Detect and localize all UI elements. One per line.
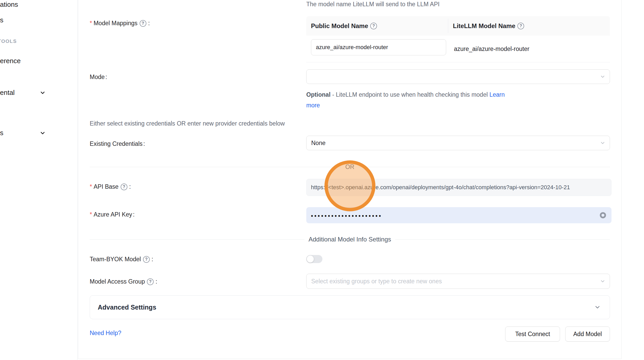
test-connect-button[interactable]: Test Connect xyxy=(505,326,560,342)
toggle-knob xyxy=(307,256,314,263)
add-model-button[interactable]: Add Model xyxy=(565,326,610,342)
eye-icon[interactable] xyxy=(599,211,607,219)
sidebar-section-label: TOOLS xyxy=(0,38,17,44)
label-text: Mode xyxy=(90,74,105,81)
select-placeholder: Select existing groups or type to create… xyxy=(311,278,442,285)
colon: : xyxy=(152,256,153,263)
section-divider-text: Additional Model Info Settings xyxy=(304,236,395,243)
learn-more-link[interactable]: Learn xyxy=(489,91,505,98)
help-icon[interactable]: ? xyxy=(143,256,150,263)
need-help-link[interactable]: Need Help? xyxy=(90,330,121,337)
model-access-group-select[interactable]: Select existing groups or type to create… xyxy=(306,274,610,289)
sidebar-item-reference[interactable]: erence xyxy=(0,57,21,65)
colon: : xyxy=(133,211,134,218)
help-text: - LiteLLM endpoint to use when health ch… xyxy=(332,91,488,98)
sidebar-item-label: s xyxy=(0,129,3,137)
label-text: Team-BYOK Model xyxy=(90,256,141,263)
or-divider: OR xyxy=(90,163,610,171)
model-name-help-text: The model name LiteLLM will send to the … xyxy=(306,1,440,8)
help-icon[interactable]: ? xyxy=(121,184,127,190)
model-mappings-label: * Model Mappings ? : xyxy=(90,20,150,27)
chevron-down-icon xyxy=(600,278,606,284)
model-mappings-table: Public Model Name ? LiteLLM Model Name ?… xyxy=(306,16,610,62)
azure-api-key-label: * Azure API Key : xyxy=(90,211,135,218)
existing-credentials-select[interactable]: None xyxy=(306,136,610,150)
select-value: None xyxy=(311,140,326,147)
header-text: Public Model Name xyxy=(311,22,368,30)
advanced-settings-title: Advanced Settings xyxy=(98,304,594,311)
table-row: azure_ai/azure-model-router xyxy=(306,36,610,62)
divider-line xyxy=(90,167,341,167)
label-text: Existing Credentials xyxy=(90,140,142,147)
help-icon[interactable]: ? xyxy=(140,20,146,27)
add-model-form-panel: The model name LiteLLM will send to the … xyxy=(78,0,622,359)
label-text: API Base xyxy=(94,183,119,190)
help-icon[interactable]: ? xyxy=(147,278,154,285)
colon: : xyxy=(129,183,131,190)
divider-line xyxy=(90,239,304,240)
learn-more-link[interactable]: more xyxy=(306,102,320,109)
team-byok-label: Team-BYOK Model ? : xyxy=(90,256,153,263)
chevron-down-icon xyxy=(600,74,606,80)
api-base-label: * API Base ? : xyxy=(90,183,131,190)
colon: : xyxy=(143,140,145,147)
sidebar-item-label: ations xyxy=(0,1,18,8)
sidebar-item-experimental[interactable]: ental xyxy=(0,89,15,97)
column-header-public-model-name: Public Model Name ? xyxy=(306,19,448,33)
label-text: Model Mappings xyxy=(94,20,138,27)
sidebar-section-tools: TOOLS xyxy=(0,38,17,44)
required-asterisk: * xyxy=(90,183,92,190)
colon: : xyxy=(148,20,150,27)
mode-label: Mode : xyxy=(90,74,107,81)
colon: : xyxy=(155,278,157,285)
sidebar-item[interactable]: s xyxy=(0,16,3,24)
api-base-input[interactable] xyxy=(306,179,612,196)
azure-api-key-input[interactable]: ••••••••••••••••••••• xyxy=(306,207,612,223)
header-text: LiteLLM Model Name xyxy=(453,22,515,30)
masked-api-key-value: ••••••••••••••••••••• xyxy=(311,213,382,219)
optional-bold: Optional xyxy=(306,91,330,98)
mode-select[interactable] xyxy=(306,69,610,84)
colon: : xyxy=(106,74,107,81)
sidebar-item-settings[interactable]: s xyxy=(0,129,3,137)
chevron-down-icon xyxy=(600,140,606,146)
litellm-model-name-value: azure_ai/azure-model-router xyxy=(454,36,529,62)
advanced-settings-toggle[interactable]: Advanced Settings xyxy=(90,295,610,319)
model-access-group-label: Model Access Group ? : xyxy=(90,278,157,285)
sidebar: ations s TOOLS erence ental s xyxy=(0,0,77,360)
help-icon[interactable]: ? xyxy=(370,23,377,29)
chevron-down-icon xyxy=(40,90,46,96)
chevron-down-icon xyxy=(40,130,46,136)
public-model-name-input[interactable] xyxy=(311,39,446,55)
label-text: Model Access Group xyxy=(90,278,145,285)
sidebar-item-organizations[interactable]: ations xyxy=(0,1,18,9)
team-byok-toggle[interactable] xyxy=(306,255,322,263)
divider-line xyxy=(395,239,610,240)
chevron-down-icon xyxy=(594,304,601,311)
or-divider-text: OR xyxy=(341,163,359,171)
credentials-note: Either select existing credentials OR en… xyxy=(90,120,285,127)
required-asterisk: * xyxy=(90,211,92,218)
existing-credentials-label: Existing Credentials : xyxy=(90,140,145,147)
sidebar-item-label: ental xyxy=(0,89,15,96)
label-text: Azure API Key xyxy=(94,211,132,218)
mode-help-text: Optional - LiteLLM endpoint to use when … xyxy=(306,89,505,111)
table-header-row: Public Model Name ? LiteLLM Model Name ? xyxy=(306,16,610,36)
sidebar-item-label: s xyxy=(0,16,3,24)
required-asterisk: * xyxy=(90,20,92,27)
sidebar-item-label: erence xyxy=(0,57,21,65)
column-header-litellm-model-name: LiteLLM Model Name ? xyxy=(448,19,610,33)
help-icon[interactable]: ? xyxy=(517,23,524,29)
divider-line xyxy=(359,167,610,167)
additional-settings-divider: Additional Model Info Settings xyxy=(90,235,610,243)
